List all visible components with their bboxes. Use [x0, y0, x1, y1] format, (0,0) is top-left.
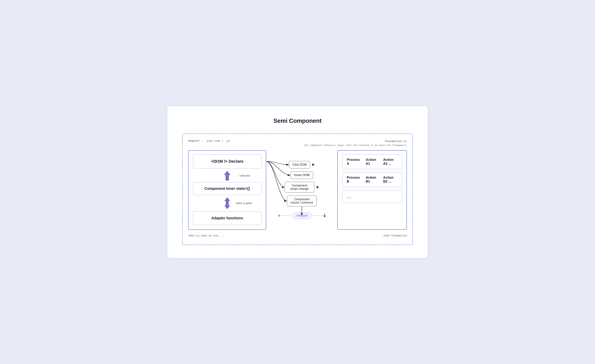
- left-region-label: Adapter - .jsx/.vue / .js: [188, 139, 230, 147]
- arrow-stem: [226, 175, 229, 180]
- bottom-labels: semi-ui,semi-ui-vue,... semi-foundation: [188, 234, 407, 237]
- hover-dom-row: Hover DOM: [272, 172, 332, 179]
- event-boxes: Click DOM Hover DOM: [272, 161, 332, 219]
- delegate-box: delegate: [292, 212, 312, 219]
- region-labels: Adapter - .jsx/.vue / .js Foundation.js …: [188, 139, 407, 147]
- svg-marker-1: [323, 216, 326, 217]
- process-b-action1: Action B1: [366, 176, 377, 184]
- right-region-sublabel: (UI component behavior logic that has no…: [304, 144, 407, 147]
- arrow-up-small-icon: [224, 197, 230, 201]
- props-change-box: Component props change: [285, 182, 314, 192]
- page-wrapper: Semi Component Adapter - .jsx/.vue / .js…: [167, 106, 428, 258]
- component-state-text: Component Inner state={}: [193, 182, 261, 195]
- hover-dom-box: Hover DOM: [290, 172, 313, 179]
- delegate-arrow-left: [278, 214, 291, 217]
- mount-unmount-box: Component mount / unmount: [287, 196, 317, 206]
- page-title: Semi Component: [182, 117, 413, 124]
- delegate-dashed-line: [280, 215, 291, 216]
- dots-row: ...: [342, 190, 402, 203]
- delegate-down-arrow-icon: [323, 213, 326, 217]
- delegate-row: delegate: [278, 212, 326, 219]
- outer-container: Adapter - .jsx/.vue / .js Foundation.js …: [182, 134, 413, 245]
- process-a-action1: Action A1: [366, 158, 377, 166]
- delegate-dashed-right: [313, 215, 323, 216]
- dots-label: ...: [347, 193, 351, 199]
- setter-label: setter & getter: [236, 202, 252, 205]
- arrow-down-small-icon: [224, 206, 230, 209]
- process-a-row: Process A Action A1 Action A2 ...: [342, 154, 402, 169]
- rerender-section: reRender: [193, 169, 262, 182]
- arrow-stem-mid: [226, 201, 229, 206]
- delegate-arrow-head: [278, 214, 280, 217]
- right-panel: Process A Action A1 Action A2 ... Proces…: [337, 150, 407, 230]
- bottom-right-label: semi-foundation: [383, 234, 407, 237]
- adapter-functions-text: Adapter functions: [193, 212, 261, 225]
- process-a-action2: Action A2 ...: [383, 158, 397, 166]
- mount-unmount-row: Component mount / unmount: [272, 196, 332, 206]
- click-dom-arrow: [312, 163, 315, 166]
- adapter-functions-box: Adapter functions: [193, 211, 262, 225]
- setter-section: setter & getter: [193, 196, 262, 211]
- left-panel: <DOM /> Declare reRender Component Inner…: [188, 150, 266, 230]
- process-a-label: Process A: [347, 158, 360, 166]
- props-change-arrow: [317, 186, 319, 189]
- rerender-arrow: [224, 171, 231, 180]
- diagram-container: <DOM /> Declare reRender Component Inner…: [188, 150, 407, 237]
- process-b-action2: Action B2 ...: [383, 176, 397, 184]
- process-b-row: Process B Action B1 Action B2 ...: [342, 172, 402, 187]
- middle-section: Click DOM Hover DOM: [266, 150, 337, 230]
- dom-declare-box: <DOM /> Declare: [193, 154, 262, 168]
- main-layout: <DOM /> Declare reRender Component Inner…: [188, 150, 407, 230]
- setter-arrow: [224, 197, 230, 209]
- dom-declare-text: <DOM /> Declare: [193, 155, 261, 168]
- rerender-label: reRender: [240, 174, 250, 177]
- component-state-box: Component Inner state={}: [193, 182, 262, 195]
- click-dom-row: Click DOM: [272, 161, 332, 168]
- bottom-left-label: semi-ui,semi-ui-vue,...: [188, 234, 224, 237]
- arrow-up-icon: [224, 171, 231, 175]
- right-region-label: Foundation.js: [304, 139, 407, 144]
- props-change-row: Component props change: [272, 182, 332, 192]
- process-b-label: Process B: [347, 176, 360, 184]
- click-dom-box: Click DOM: [289, 161, 310, 168]
